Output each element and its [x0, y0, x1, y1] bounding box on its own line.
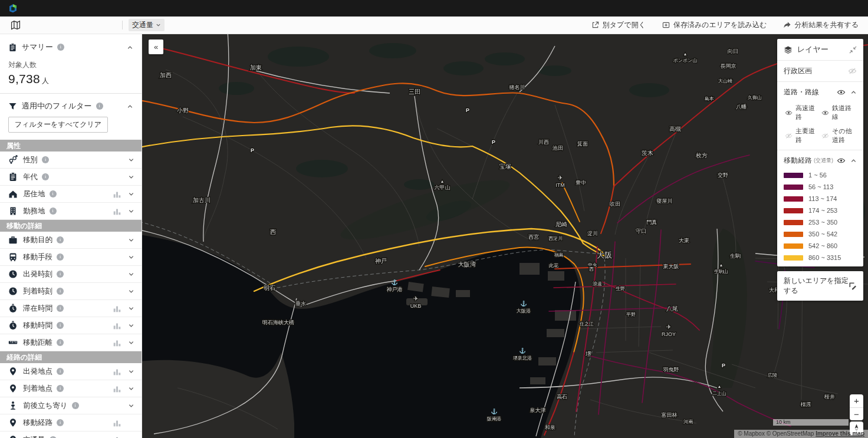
histogram-icon[interactable] [113, 384, 121, 393]
eye-icon[interactable] [821, 109, 829, 117]
histogram-icon[interactable] [113, 190, 121, 199]
traffic-legend: 1 ~ 5656 ~ 113113 ~ 174174 ~ 253253 ~ 35… [784, 172, 857, 261]
info-icon[interactable] [42, 156, 49, 163]
chevron-down-icon[interactable] [128, 368, 134, 375]
sublayer-toggle[interactable]: 高速道路 [785, 104, 820, 121]
info-icon[interactable] [57, 339, 64, 346]
info-icon[interactable] [57, 288, 64, 295]
eye-off-icon[interactable] [848, 67, 857, 75]
dataset-dropdown[interactable]: 交通量 [129, 19, 165, 31]
filter-row[interactable]: 移動時間 [0, 317, 142, 334]
layer-label: 移動経路 [784, 156, 812, 166]
sublayer-toggle[interactable]: 主要道路 [785, 127, 820, 144]
chevron-down-icon[interactable] [128, 191, 134, 197]
info-icon[interactable] [57, 368, 64, 375]
chevron-down-icon[interactable] [128, 157, 134, 163]
filter-label: 移動手段 [23, 252, 52, 262]
eye-off-icon[interactable] [785, 132, 793, 140]
funnel-icon [8, 102, 17, 111]
zoom-out-button[interactable]: − [850, 407, 863, 420]
clear-filters-button[interactable]: フィルターをすべてクリア [8, 117, 108, 133]
chevron-down-icon[interactable] [128, 174, 134, 180]
chevron-down-icon[interactable] [128, 403, 134, 409]
layer-sublabel: (交通量) [814, 157, 833, 164]
eye-icon[interactable] [837, 156, 846, 165]
eye-icon[interactable] [837, 88, 846, 97]
filter-row[interactable]: 居住地 [0, 186, 142, 203]
toolbar-action-button[interactable]: 別タブで開く [591, 20, 646, 30]
toolbar-action-button[interactable]: 保存済みのエリアを読み込む [662, 20, 767, 30]
chevron-up-icon[interactable] [850, 89, 857, 95]
map-place-label: 和泉 [545, 424, 555, 430]
chevron-up-icon[interactable] [127, 103, 133, 110]
layer-row-admin[interactable]: 行政区画 [784, 66, 857, 76]
histogram-icon[interactable] [113, 338, 121, 347]
filters-header[interactable]: 適用中のフィルター [0, 94, 142, 111]
chevron-up-icon[interactable] [850, 157, 857, 164]
chevron-down-icon[interactable] [128, 271, 134, 278]
filter-row[interactable]: 移動目的 [0, 232, 142, 249]
eye-off-icon[interactable] [821, 132, 829, 140]
chevron-down-icon[interactable] [128, 237, 134, 243]
chevron-down-icon[interactable] [128, 386, 134, 392]
filter-row[interactable]: 到着時刻 [0, 283, 142, 300]
eye-icon[interactable] [785, 109, 793, 117]
filter-row[interactable]: 移動経路 [0, 414, 142, 432]
improve-map-link[interactable]: Improve this map [816, 430, 864, 437]
chevron-up-icon[interactable] [127, 44, 133, 51]
filter-row[interactable]: 前後立ち寄り [0, 397, 142, 414]
map-canvas[interactable]: 加西加東小野三田加古川西明石垂水明石海峡大橋神戸⚓神戸港✈UKB大阪湾▲六甲山宝… [142, 34, 868, 438]
layer-row-roads[interactable]: 道路・路線 [784, 87, 857, 97]
histogram-icon[interactable] [113, 436, 121, 438]
info-icon[interactable] [57, 44, 64, 51]
summary-header[interactable]: サマリー [0, 34, 142, 52]
histogram-icon[interactable] [113, 304, 121, 313]
info-icon[interactable] [57, 253, 64, 261]
chevron-down-icon[interactable] [128, 340, 134, 346]
filter-row[interactable]: 到着地点 [0, 380, 142, 397]
chevron-down-icon[interactable] [128, 288, 134, 295]
filter-row[interactable]: 年代 [0, 169, 142, 186]
info-icon[interactable] [57, 236, 64, 243]
info-icon[interactable] [57, 385, 64, 392]
app-logo-icon[interactable] [8, 3, 18, 14]
sidebar-collapse-button[interactable]: « [149, 39, 163, 54]
sublayer-toggle[interactable]: その他道路 [821, 127, 857, 144]
histogram-icon[interactable] [113, 321, 121, 330]
filter-row[interactable]: 移動手段 [0, 249, 142, 266]
filter-row[interactable]: 移動距離 [0, 334, 142, 351]
filter-row[interactable]: 性別 [0, 152, 142, 169]
info-icon[interactable] [50, 208, 57, 215]
chevron-down-icon[interactable] [128, 254, 134, 261]
open-new-tab-icon [591, 21, 599, 29]
info-icon[interactable] [96, 103, 103, 110]
filter-row[interactable]: 交通量 [0, 432, 142, 438]
map-icon[interactable] [11, 20, 21, 30]
info-icon[interactable] [57, 419, 64, 426]
gender-icon [8, 155, 18, 164]
chevron-down-icon[interactable] [128, 208, 134, 215]
filter-row[interactable]: 出発地点 [0, 363, 142, 380]
home-icon [8, 189, 18, 199]
filter-row[interactable]: 滞在時間 [0, 300, 142, 317]
filter-row[interactable]: 出発時刻 [0, 266, 142, 283]
chevron-down-icon[interactable] [128, 305, 134, 312]
info-icon[interactable] [57, 322, 64, 329]
chevron-down-icon[interactable] [128, 322, 134, 329]
histogram-icon[interactable] [113, 367, 121, 376]
collapse-panel-icon[interactable] [849, 46, 857, 54]
filter-row[interactable]: 勤務地 [0, 203, 142, 220]
info-icon[interactable] [57, 271, 64, 278]
histogram-icon[interactable] [113, 207, 121, 216]
sublayer-toggle[interactable]: 鉄道路線 [821, 104, 857, 121]
zoom-in-button[interactable]: + [850, 394, 863, 407]
info-icon[interactable] [57, 305, 64, 312]
histogram-icon[interactable] [113, 419, 121, 427]
map-place-label: ▲ [683, 52, 688, 56]
new-area-button[interactable]: 新しいエリアを指定する [777, 271, 863, 301]
info-icon[interactable] [72, 402, 79, 409]
toolbar-action-button[interactable]: 分析結果を共有する [783, 20, 859, 30]
layer-row-routes[interactable]: 移動経路 (交通量) [784, 156, 857, 166]
info-icon[interactable] [42, 173, 49, 180]
info-icon[interactable] [50, 190, 57, 197]
